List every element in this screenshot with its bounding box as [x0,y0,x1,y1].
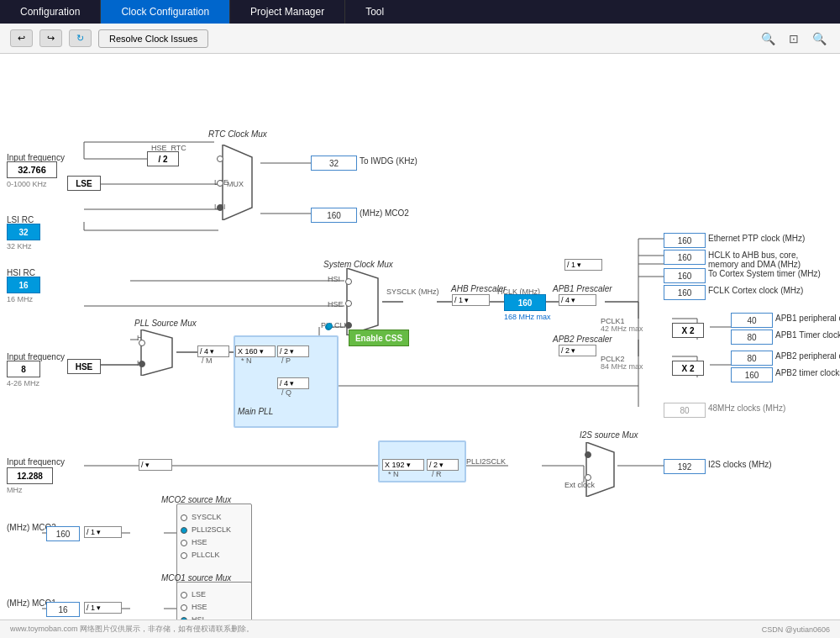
mco2-hse-lbl: HSE [192,538,207,546]
x192-n-label: * N [388,470,399,478]
apb2-prescaler-label: APB2 Prescaler [553,335,612,344]
sys-mux-dot-2[interactable] [345,300,352,307]
apb1-prescaler-sel[interactable]: / 4 ▾ [559,294,596,306]
plli2sclk-label: PLLI2SCLK [466,457,506,466]
mco1-source-mux-label: MCO1 source Mux [161,573,231,583]
mco1-lse-lbl: LSE [192,590,206,598]
mco2-dot-plli2sclk[interactable] [181,527,187,534]
zoom-fit-icon[interactable]: ⊡ [785,30,802,47]
cortex-timer-label: To Cortex System timer (MHz) [708,269,821,278]
sys-mux-dot-3[interactable] [345,322,352,329]
hse-block: HSE [67,359,101,374]
div1-mco1-sel[interactable]: / 1 ▾ [84,602,122,614]
clock-diagram-canvas: Input frequency 32.766 0-1000 KHz LSE LS… [0,54,840,638]
pll-src-dot-2[interactable] [139,361,145,367]
div1-cortex-sel[interactable]: / 1 ▾ [564,259,602,271]
apb2-pclk2-label: APB2 peripheral clocks (MHz) [775,351,840,361]
footer: www.toymoban.com 网络图片仅供展示，非存储，如有侵权请联系删除。… [0,620,840,638]
div2-plli2s-r-sel[interactable]: / 2 ▾ [427,459,459,471]
apb2-prescaler-sel[interactable]: / 2 ▾ [559,345,596,356]
mco2-dot-sysclk[interactable] [181,514,187,521]
hse-rtc-label: HSE_RTC [151,144,186,152]
hsi-rc-unit: 16 MHz [7,295,33,303]
hsi-sys-label: HSI [328,275,340,283]
apb2-timer-output: 160 [731,367,773,382]
cortex-timer-output: 160 [664,268,706,283]
undo-button[interactable]: ↩ [10,29,33,47]
menu-clock-configuration[interactable]: Clock Configuration [101,0,230,24]
x2-apb2-box: X 2 [672,361,704,376]
hsi-rc-value[interactable]: 16 [7,277,40,293]
lsi-rc-value[interactable]: 32 [7,224,40,240]
rtc-mux-dot-2[interactable] [217,180,223,187]
menu-bar: Configuration Clock Configuration Projec… [0,0,840,24]
ethernet-ptp-output: 160 [664,233,706,248]
enable-css-button[interactable]: Enable CSS [349,330,409,346]
div4-pll-m-sel[interactable]: / 4 ▾ [197,345,229,357]
sysclk-mhz-label: SYSCLK (MHz) [386,287,439,296]
menu-configuration[interactable]: Configuration [0,0,101,24]
sys-mux-dot-1[interactable] [345,278,352,285]
input-freq-3-label: Input frequency [7,457,65,467]
input-freq-1-unit: 0-1000 KHz [7,180,47,188]
main-pll-label: Main PLL [238,407,273,416]
hclk-ahb-label: HCLK to AHB bus, core, memory and DMA (M… [708,250,809,269]
pll-source-mux-label: PLL Source Mux [134,319,197,328]
resolve-clock-issues-button[interactable]: Resolve Clock Issues [98,29,208,48]
rtc-mux-dot-3[interactable] [217,204,223,211]
input-freq-2-unit: 4-26 MHz [7,379,39,388]
zoom-in-icon[interactable]: 🔍 [758,30,779,47]
rtc-clock-mux-label: RTC Clock Mux [208,129,267,139]
apb1-pclk1-label: APB1 peripheral clocks (MHz) [775,314,840,323]
i2s-clocks-output: 192 [664,459,706,474]
input-freq-3-unit: MHz [7,486,23,494]
mco2-out-value: 160 [46,526,80,541]
refresh-button[interactable]: ↻ [69,29,92,47]
to-iwdg-box: 160 [311,208,357,223]
apb1-timer-output: 80 [731,330,773,345]
div-r-label: / R [432,470,442,478]
mco2-dot-pllclk[interactable] [181,552,187,559]
menu-project-manager[interactable]: Project Manager [230,0,345,24]
redo-button[interactable]: ↪ [39,29,62,47]
div4-pll-q-sel[interactable]: / 4 ▾ [277,377,309,389]
i2s-mux-dot-2[interactable] [585,474,591,481]
input-freq-2-value[interactable]: 8 [7,361,40,377]
ahb-prescaler-sel[interactable]: / 1 ▾ [452,294,490,306]
input-freq-1-value[interactable]: 32.766 [7,161,57,178]
hclk-value[interactable]: 160 [504,294,546,311]
mco1-hse-lbl: HSE [192,603,207,611]
mco1-dot-lse[interactable] [181,592,187,598]
input-freq-3-value[interactable]: 12.288 [7,467,53,484]
x192-plli2s-sel[interactable]: X 192 ▾ [382,459,424,471]
pll-src-dot-1[interactable] [139,340,145,346]
rtc-mux-dot-1[interactable] [217,156,223,162]
apb1-timer-label: APB1 Timer clocks (MHz) [775,330,840,340]
mco1-dot-hse[interactable] [181,604,187,611]
lsi-rc-unit: 32 KHz [7,242,32,250]
div2-rtc-box[interactable]: / 2 [147,151,179,166]
apb1-prescaler-label: APB1 Prescaler [553,284,612,293]
x2-apb1-box: X 2 [672,323,704,338]
div1-mco2-sel[interactable]: / 1 ▾ [84,526,122,538]
ext-clock-label: Ext clock [564,481,595,489]
plli2s-left-sel[interactable]: / ▾ [139,459,172,471]
zoom-out-icon[interactable]: 🔍 [809,30,830,47]
to-rtc-box: 32 [311,156,357,171]
48mhz-label: 48MHz clocks (MHz) [708,403,785,413]
pllclk-dot[interactable] [326,323,333,330]
diagram-lines [0,54,840,638]
i2s-mux-dot-1[interactable] [585,451,591,458]
mco2-pllclk-lbl: PLLCLK [192,551,220,559]
x160-pll-sel[interactable]: X 160 ▾ [235,345,276,357]
toolbar: ↩ ↪ ↻ Resolve Clock Issues 🔍 ⊡ 🔍 [0,24,840,54]
mco2-dot-hse[interactable] [181,540,187,546]
apb1-max-label: 42 MHz max [601,324,643,333]
menu-tools[interactable]: Tool [345,0,404,24]
fclk-output: 160 [664,285,706,300]
hclk-ahb-output: 160 [664,250,706,265]
ethernet-ptp-label: Ethernet PTP clock (MHz) [708,234,805,243]
div2-pll-p-sel[interactable]: / 2 ▾ [277,345,309,357]
i2s-clocks-label: I2S clocks (MHz) [708,460,772,469]
apb1-pclk1-output: 40 [731,313,773,328]
